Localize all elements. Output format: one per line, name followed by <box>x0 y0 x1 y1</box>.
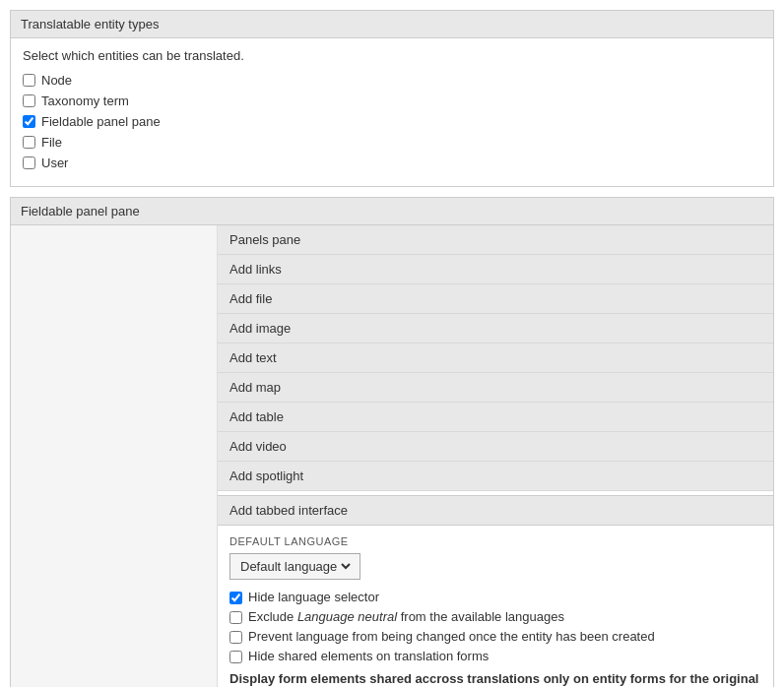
exclude-neutral-label[interactable]: Exclude Language neutral from the availa… <box>248 609 564 624</box>
taxonomy-term-checkbox[interactable] <box>23 94 35 107</box>
left-sidebar <box>11 225 218 687</box>
prevent-change-label[interactable]: Prevent language from being changed once… <box>248 629 655 644</box>
list-item[interactable]: Add links <box>218 255 773 284</box>
prevent-change-checkbox[interactable] <box>229 631 242 644</box>
checkbox-row-taxonomy: Taxonomy term <box>23 94 761 108</box>
exclude-neutral-checkbox[interactable] <box>229 611 242 624</box>
prevent-change-row: Prevent language from being changed once… <box>229 629 761 644</box>
list-item[interactable]: Add map <box>218 373 773 403</box>
list-item[interactable]: Panels pane <box>218 225 773 255</box>
panel1-description: Select which entities can be translated. <box>23 48 761 63</box>
hide-language-selector-label[interactable]: Hide language selector <box>248 590 379 604</box>
file-label[interactable]: File <box>41 135 62 150</box>
default-language-label: DEFAULT LANGUAGE <box>229 535 761 547</box>
default-language-select[interactable]: Default language <box>236 558 354 575</box>
checkbox-row-user: User <box>23 156 761 170</box>
exclude-neutral-row: Exclude Language neutral from the availa… <box>229 609 761 624</box>
panel2-title: Fieldable panel pane <box>11 198 773 225</box>
node-label[interactable]: Node <box>41 73 72 88</box>
translatable-entity-types-panel: Translatable entity types Select which e… <box>10 10 774 187</box>
list-item[interactable]: Add text <box>218 344 773 373</box>
user-checkbox[interactable] <box>23 156 35 169</box>
default-language-select-wrapper[interactable]: Default language <box>229 553 360 580</box>
right-content: Panels pane Add links Add file Add image… <box>218 225 773 687</box>
add-tabbed-interface-section: Add tabbed interface DEFAULT LANGUAGE De… <box>218 495 773 687</box>
footer-note: Display form elements shared accross tra… <box>229 671 761 687</box>
checkbox-row-node: Node <box>23 73 761 88</box>
checkbox-row-file: File <box>23 135 761 150</box>
fieldable-panel-pane-panel: Fieldable panel pane Panels pane Add lin… <box>10 197 774 687</box>
list-item[interactable]: Add table <box>218 403 773 432</box>
list-item[interactable]: Add spotlight <box>218 462 773 491</box>
tabbed-inner: DEFAULT LANGUAGE Default language Hide l… <box>218 526 773 687</box>
taxonomy-term-label[interactable]: Taxonomy term <box>41 94 129 108</box>
node-checkbox[interactable] <box>23 74 35 87</box>
hide-shared-elements-label[interactable]: Hide shared elements on translation form… <box>248 649 489 663</box>
checkbox-row-fieldable: Fieldable panel pane <box>23 114 761 129</box>
panel-items-list: Panels pane Add links Add file Add image… <box>218 225 773 491</box>
list-item[interactable]: Add video <box>218 432 773 462</box>
language-select-row: Default language <box>229 553 761 580</box>
tabbed-section-title[interactable]: Add tabbed interface <box>218 496 773 526</box>
hide-language-selector-row: Hide language selector <box>229 590 761 604</box>
user-label[interactable]: User <box>41 156 68 170</box>
file-checkbox[interactable] <box>23 136 35 149</box>
fieldable-panel-pane-label[interactable]: Fieldable panel pane <box>41 114 161 129</box>
panel1-title: Translatable entity types <box>11 11 773 38</box>
hide-shared-elements-row: Hide shared elements on translation form… <box>229 649 761 663</box>
list-item[interactable]: Add image <box>218 314 773 344</box>
list-item[interactable]: Add file <box>218 284 773 314</box>
hide-language-selector-checkbox[interactable] <box>229 592 242 604</box>
hide-shared-elements-checkbox[interactable] <box>229 651 242 663</box>
fieldable-panel-pane-checkbox[interactable] <box>23 115 35 128</box>
